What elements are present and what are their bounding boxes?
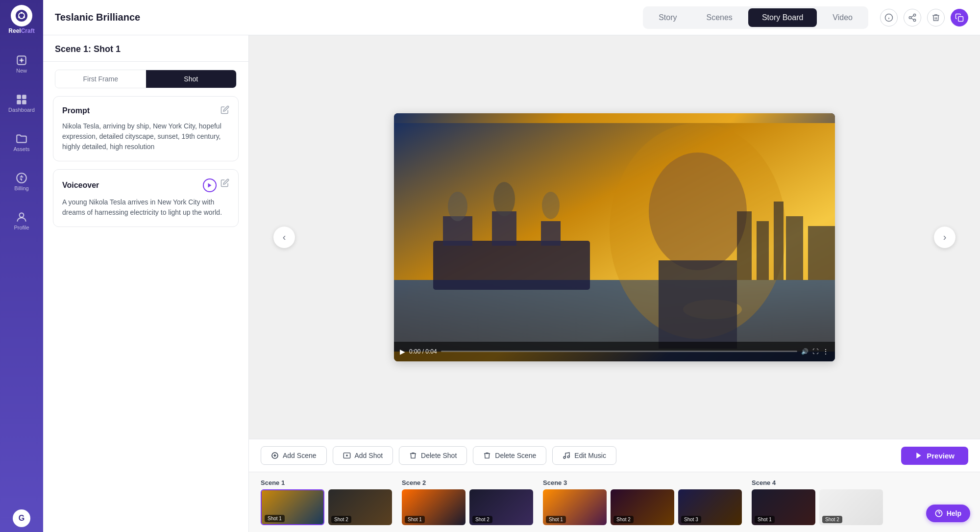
shot-thumb-1-1[interactable]: Shot 1 bbox=[261, 489, 324, 525]
video-area: ‹ bbox=[249, 35, 980, 439]
first-frame-button[interactable]: First Frame bbox=[55, 70, 146, 88]
video-prev-button[interactable]: ‹ bbox=[273, 227, 295, 248]
shot-thumb-3-1[interactable]: Shot 1 bbox=[543, 489, 607, 525]
volume-button[interactable]: 🔊 bbox=[801, 348, 808, 355]
app-logo: ReelCraft bbox=[7, 5, 36, 34]
sidebar-item-dashboard-label: Dashboard bbox=[8, 107, 35, 113]
shot-thumb-4-2[interactable]: Shot 2 bbox=[819, 489, 883, 525]
video-play-button[interactable]: ▶ bbox=[400, 348, 405, 355]
folder-icon bbox=[15, 132, 28, 145]
video-next-button[interactable]: › bbox=[934, 227, 956, 248]
header: Teslanic Brilliance Story Scenes Story B… bbox=[43, 0, 980, 35]
shot-button[interactable]: Shot bbox=[146, 70, 237, 88]
share-icon bbox=[908, 13, 917, 22]
more-options-button[interactable]: ⋮ bbox=[822, 348, 829, 355]
scene-group-3: Scene 3 Shot 1 Shot 2 Shot 3 bbox=[543, 479, 742, 525]
sidebar-item-new-label: New bbox=[16, 68, 27, 74]
sidebar-item-billing-label: Billing bbox=[14, 185, 28, 191]
profile-icon bbox=[15, 211, 28, 224]
shot-thumb-4-1[interactable]: Shot 1 bbox=[752, 489, 815, 525]
svg-point-4 bbox=[18, 16, 20, 18]
main-content: ‹ bbox=[249, 35, 980, 532]
sidebar-item-profile-label: Profile bbox=[14, 225, 29, 230]
preview-play-icon bbox=[915, 452, 923, 459]
shot-4-1-label: Shot 1 bbox=[755, 516, 775, 523]
svg-rect-36 bbox=[659, 260, 737, 349]
shot-thumb-3-2[interactable]: Shot 2 bbox=[611, 489, 674, 525]
shot-thumb-1-2[interactable]: Shot 2 bbox=[328, 489, 392, 525]
sidebar-item-billing[interactable]: Billing bbox=[4, 164, 39, 199]
shot-thumb-2-1[interactable]: Shot 1 bbox=[402, 489, 466, 525]
shot-thumb-3-3[interactable]: Shot 3 bbox=[678, 489, 742, 525]
delete-button[interactable] bbox=[927, 9, 945, 26]
preview-button[interactable]: Preview bbox=[901, 447, 968, 465]
sidebar: ReelCraft New Dashboard Assets Bil bbox=[0, 0, 43, 532]
sidebar-item-profile[interactable]: Profile bbox=[4, 203, 39, 238]
svg-point-17 bbox=[913, 14, 916, 16]
add-scene-icon bbox=[271, 452, 279, 459]
tab-storyboard[interactable]: Story Board bbox=[748, 8, 817, 27]
video-time: 0:00 / 0:04 bbox=[409, 348, 437, 355]
shot-1-2-label: Shot 2 bbox=[331, 516, 351, 523]
sidebar-item-assets-label: Assets bbox=[13, 146, 29, 152]
scene-shot-title: Scene 1: Shot 1 bbox=[55, 44, 237, 54]
share-button[interactable] bbox=[904, 9, 921, 26]
video-illustration bbox=[394, 123, 835, 352]
svg-point-12 bbox=[17, 173, 26, 183]
svg-rect-29 bbox=[492, 211, 516, 246]
scene-4-label: Scene 4 bbox=[752, 479, 883, 486]
svg-point-35 bbox=[649, 152, 747, 270]
voiceover-text: A young Nikola Tesla arrives in New York… bbox=[62, 197, 229, 218]
voiceover-edit-icon[interactable] bbox=[220, 178, 229, 192]
svg-line-20 bbox=[911, 18, 913, 20]
svg-point-18 bbox=[909, 16, 911, 19]
g-button[interactable]: G bbox=[13, 509, 30, 527]
svg-point-33 bbox=[542, 192, 560, 219]
bottom-toolbar: Add Scene Add Shot Delete Shot Delete Sc… bbox=[249, 439, 980, 472]
shot-3-2-label: Shot 2 bbox=[613, 516, 634, 523]
svg-rect-22 bbox=[958, 16, 963, 21]
edit-music-button[interactable]: Edit Music bbox=[552, 446, 616, 465]
delete-shot-button[interactable]: Delete Shot bbox=[399, 446, 467, 465]
copy-button[interactable] bbox=[951, 9, 968, 26]
add-scene-button[interactable]: Add Scene bbox=[261, 446, 327, 465]
prompt-edit-icon[interactable] bbox=[220, 105, 229, 116]
help-label: Help bbox=[947, 509, 961, 517]
help-icon bbox=[935, 509, 943, 517]
sidebar-bottom: G bbox=[13, 509, 30, 527]
shot-2-2-label: Shot 2 bbox=[472, 516, 492, 523]
prompt-title: Prompt bbox=[62, 106, 90, 115]
copy-icon bbox=[955, 13, 964, 22]
shot-4-2-label: Shot 2 bbox=[822, 516, 842, 523]
add-shot-icon bbox=[343, 452, 351, 459]
nav-tabs: Story Scenes Story Board Video bbox=[643, 6, 868, 29]
shot-1-1-label: Shot 1 bbox=[265, 515, 285, 522]
sidebar-item-new[interactable]: New bbox=[4, 46, 39, 81]
frame-toggle: First Frame Shot bbox=[55, 70, 237, 88]
prompt-card-header: Prompt bbox=[62, 105, 229, 116]
video-progress-bar[interactable] bbox=[441, 351, 797, 352]
info-icon bbox=[884, 13, 893, 22]
svg-point-19 bbox=[913, 19, 916, 22]
scene-group-4: Scene 4 Shot 1 Shot 2 bbox=[752, 479, 883, 525]
left-panel: Scene 1: Shot 1 First Frame Shot Prompt … bbox=[43, 35, 249, 532]
voiceover-play-button[interactable] bbox=[203, 178, 217, 192]
tab-story[interactable]: Story bbox=[645, 8, 690, 27]
logo-icon bbox=[11, 5, 32, 26]
tab-video[interactable]: Video bbox=[819, 8, 866, 27]
svg-rect-39 bbox=[774, 202, 784, 280]
fullscreen-button[interactable]: ⛶ bbox=[812, 348, 818, 355]
shot-thumb-2-2[interactable]: Shot 2 bbox=[469, 489, 533, 525]
sidebar-item-dashboard[interactable]: Dashboard bbox=[4, 85, 39, 121]
shot-2-1-label: Shot 1 bbox=[405, 516, 425, 523]
sidebar-item-assets[interactable]: Assets bbox=[4, 125, 39, 160]
svg-rect-9 bbox=[22, 95, 26, 99]
svg-rect-40 bbox=[786, 216, 803, 280]
filmstrip-inner: Scene 1 Shot 1 Shot 2 Scene 2 bbox=[261, 479, 968, 525]
add-shot-button[interactable]: Add Shot bbox=[333, 446, 393, 465]
help-button[interactable]: Help bbox=[926, 505, 970, 522]
tab-scenes[interactable]: Scenes bbox=[693, 8, 746, 27]
info-button[interactable] bbox=[880, 9, 898, 26]
billing-icon bbox=[15, 172, 28, 184]
delete-scene-button[interactable]: Delete Scene bbox=[473, 446, 546, 465]
